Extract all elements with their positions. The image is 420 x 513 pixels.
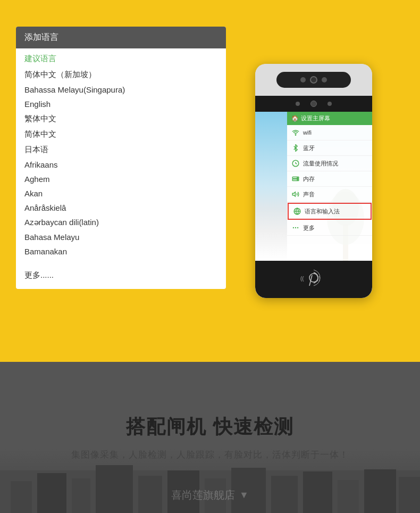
storage-icon [291,175,300,183]
settings-header: 🏠 设置主屏幕 [287,112,372,125]
suggested-label: 建议语言 [16,48,226,67]
data-label: 流量使用情况 [303,160,338,168]
list-item[interactable]: 日本语 [24,142,217,158]
more-icon [291,224,300,232]
watermark-arrow-icon: ▼ [239,490,249,501]
data-usage-icon [291,159,300,168]
top-section: 添加语言 建议语言 简体中文（新加坡） Bahassa Melayu(Singa… [0,0,420,362]
list-item[interactable]: 繁体中文 [24,111,217,127]
bottom-section: 搭配闸机 快速检测 集图像采集，人脸检测，人脸跟踪，有脸对比，活体判断于一体！ … [0,362,420,513]
settings-menu: 🏠 设置主屏幕 wifi [287,112,372,261]
settings-header-label: 设置主屏幕 [301,114,330,122]
svg-text:((: (( [300,276,304,282]
list-item[interactable]: Akan [24,186,217,201]
bottom-subtitle: 集图像采集，人脸检测，人脸跟踪，有脸对比，活体判断于一体！ [71,449,349,461]
svg-marker-11 [292,192,295,196]
device-bottom-bar: (( )) [255,261,372,298]
menu-item-storage[interactable]: 内存 [287,171,372,187]
device-screen: 🏠 设置主屏幕 wifi [255,112,372,261]
svg-rect-31 [303,471,332,513]
device-container: 🏠 设置主屏幕 wifi [229,64,399,298]
list-item[interactable]: Aghem [24,172,217,186]
language-icon [293,207,301,216]
language-panel: 添加语言 建议语言 简体中文（新加坡） Bahassa Melayu(Singa… [16,27,226,289]
svg-point-16 [297,227,298,228]
bluetooth-icon [291,144,300,152]
list-item[interactable]: Anåråskielâ [24,201,217,215]
svg-rect-32 [338,480,359,513]
svg-rect-23 [37,473,66,513]
sound-icon [291,190,300,198]
sensor-dot-1 [296,102,300,106]
home-icon: 🏠 [291,115,299,122]
menu-item-bluetooth[interactable]: 蓝牙 [287,140,372,156]
svg-point-9 [297,177,298,178]
language-list: 简体中文（新加坡） Bahassa Melayu(Singapura) Engl… [16,67,226,267]
svg-point-14 [293,227,294,228]
svg-rect-22 [11,481,32,513]
sound-label: 声音 [303,191,315,198]
language-more[interactable]: 更多...... [16,267,226,289]
watermark-text: 喜尚莲旗舰店 [171,488,235,502]
svg-rect-30 [271,476,298,513]
svg-rect-33 [364,469,396,513]
svg-line-6 [296,163,297,164]
svg-rect-34 [399,477,420,513]
svg-rect-24 [72,478,90,513]
list-item[interactable]: Bahassa Melayu(Singapura) [24,82,217,97]
language-panel-header: 添加语言 [16,27,226,48]
svg-point-10 [297,179,298,180]
svg-rect-26 [138,476,162,513]
bluetooth-label: 蓝牙 [303,144,315,152]
front-sensors [255,96,372,112]
menu-item-more[interactable]: 更多 [287,220,372,236]
list-item[interactable]: Bamanakan [24,244,217,259]
storage-label: 内存 [303,175,315,183]
more-label: 更多 [303,224,315,232]
device-top-bar [255,64,372,96]
camera-lens [310,76,317,84]
bottom-title: 搭配闸机 快速检测 [71,414,349,440]
list-item[interactable]: Bahasa Melayu [24,230,217,244]
list-item[interactable]: Afrikaans [24,158,217,172]
nfc-icon: (( )) [298,264,330,294]
camera-dot-2 [322,77,327,82]
camera-bar [276,72,351,88]
device: 🏠 设置主屏幕 wifi [255,64,372,298]
menu-item-language[interactable]: 语言和输入法 [288,203,372,220]
svg-point-15 [295,227,296,228]
bottom-content: 搭配闸机 快速检测 集图像采集，人脸检测，人脸跟踪，有脸对比，活体判断于一体！ [71,414,349,461]
language-input-label: 语言和输入法 [305,208,340,216]
watermark-area: 喜尚莲旗舰店 ▼ [171,488,249,502]
svg-rect-25 [96,465,133,513]
wifi-icon [291,128,300,137]
list-item[interactable]: 简体中文（新加坡） [24,67,217,82]
wifi-label: wifi [303,129,312,136]
speech-bubble-pointer [206,149,220,165]
list-item[interactable]: 简体中文 [24,127,217,142]
sensor-dot-2 [327,102,332,106]
menu-item-data[interactable]: 流量使用情况 [287,156,372,171]
list-item[interactable]: Azərbaycan dili(latin) [24,215,217,230]
list-item[interactable]: English [24,97,217,111]
camera-dot [300,77,306,82]
svg-point-3 [295,135,296,135]
svg-text:)): )) [317,276,321,282]
front-camera [310,101,317,107]
menu-item-wifi[interactable]: wifi [287,125,372,140]
menu-item-sound[interactable]: 声音 [287,187,372,202]
